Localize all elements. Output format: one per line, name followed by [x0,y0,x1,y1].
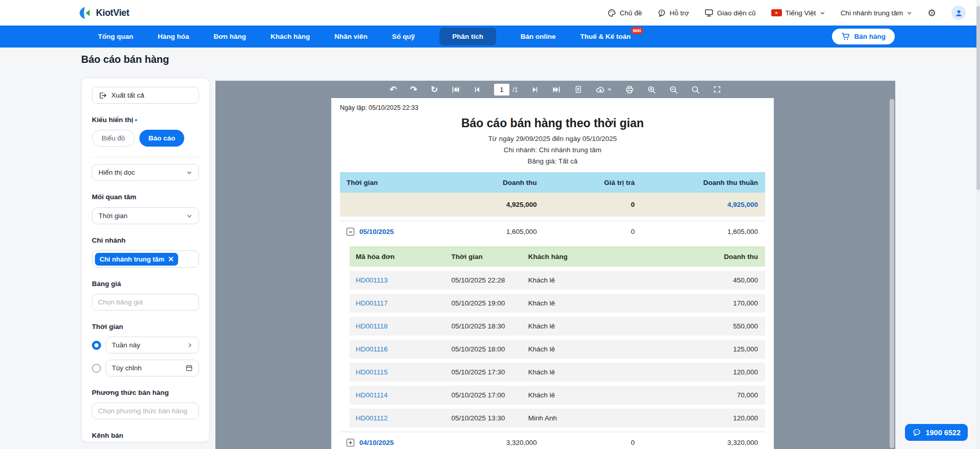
nav-so-quy[interactable]: Sổ quỹ [392,33,415,40]
invoice-customer: Khách lẻ [522,322,674,330]
window-scrollbar-thumb[interactable] [976,6,980,190]
cloud-download-icon[interactable] [596,85,612,94]
invoice-customer: Khách lẻ [522,345,674,353]
kiotviet-logo[interactable]: KiotViet [79,7,129,19]
time-custom-radio[interactable] [92,364,101,373]
monitor-icon [704,8,714,17]
fullscreen-icon[interactable] [713,85,721,93]
redo-icon[interactable]: ↷ [410,85,417,94]
time-custom-value: Tùy chỉnh [112,364,142,372]
kiotviet-logo-icon [79,7,92,19]
theme-label: Chủ đề [620,9,642,17]
time-filter-label: Thời gian [92,323,199,330]
invoice-revenue: 170,000 [674,299,765,307]
user-avatar[interactable] [951,6,966,20]
sales-method-input[interactable] [92,403,199,419]
report-title: Báo cáo bán hàng theo thời gian [340,116,765,130]
nav-ban-online[interactable]: Bán online [521,33,556,40]
invoice-code-link[interactable]: HD001116 [350,345,445,353]
invoice-customer: Khách lẻ [522,299,674,307]
invoice-time: 05/10/2025 19:00 [445,299,522,307]
nav-nhan-vien[interactable]: Nhân viên [334,33,368,40]
branch-selector[interactable]: Chi nhánh trung tâm [841,9,912,17]
refresh-icon[interactable]: ↻ [431,85,438,94]
summary-returns: 0 [544,201,642,208]
export-all-button[interactable]: Xuất tất cả [92,87,199,104]
viewer-scrollbar-thumb[interactable] [890,99,894,448]
orientation-value: Hiển thị dọc [99,169,135,176]
settings-gear-icon[interactable]: ⚙ [927,8,936,18]
search-icon[interactable] [691,85,700,94]
print-icon[interactable] [625,85,634,94]
nav-don-hang[interactable]: Đơn hàng [214,33,247,40]
invoice-row: HD001113 05/10/2025 22:28 Khách lẻ 450,0… [350,271,765,290]
theme-button[interactable]: Chủ đề [607,9,642,17]
group-net: 1,605,000 [642,228,765,235]
invoice-row: HD001116 05/10/2025 18:00 Khách lẻ 125,0… [350,340,765,359]
support-button[interactable]: Hỗ trợ [657,9,689,17]
prev-page-icon[interactable] [473,86,481,93]
report-option-pill[interactable]: Báo cáo [139,130,185,147]
nav-khach-hang[interactable]: Khách hàng [271,33,310,40]
invoice-header-row: Mã hóa đơn Thời gian Khách hàng Doanh th… [350,246,765,267]
invoice-revenue: 120,000 [674,368,765,376]
page-indicator: /1 [494,84,518,96]
time-preset-radio-selected[interactable] [92,341,101,350]
time-preset-select[interactable]: Tuần này [106,337,199,353]
vietnam-flag-icon: ★ [771,9,782,16]
invoice-code-link[interactable]: HD001117 [350,299,445,307]
nav-thue-ke-toan[interactable]: Thuế & Kế toán Mới [580,33,631,40]
invoice-customer: Minh Anh [522,414,674,422]
invoice-revenue: 125,000 [674,345,765,353]
collapse-icon[interactable]: − [347,228,354,235]
export-all-label: Xuất tất cả [111,91,144,99]
invoice-code-link[interactable]: HD001118 [350,322,445,330]
time-preset-value: Tuần này [112,341,140,349]
nav-hang-hoa[interactable]: Hàng hóa [158,33,189,40]
expand-icon[interactable]: + [347,439,354,446]
undo-icon[interactable]: ↶ [389,85,397,94]
report-date-range: Từ ngày 29/09/2025 đến ngày 05/10/2025 [340,135,765,143]
invoice-revenue: 450,000 [674,276,765,284]
invoice-time: 05/10/2025 13:30 [445,414,522,422]
page-number-input[interactable] [494,84,509,96]
invoice-code-link[interactable]: HD001113 [350,276,445,284]
invoice-code-link[interactable]: HD001115 [350,368,445,376]
invoice-time: 05/10/2025 22:28 [445,276,522,284]
col-khach-hang: Khách hàng [522,253,674,261]
nav-phan-tich-active[interactable]: Phân tích [439,28,496,45]
main-navigation: Tổng quan Hàng hóa Đơn hàng Khách hàng N… [0,26,980,48]
group-date-link[interactable]: 04/10/2025 [359,439,394,446]
branch-filter-input[interactable]: Chi nhánh trung tâm [92,250,199,268]
pricebook-input[interactable] [92,294,199,311]
first-page-icon[interactable] [451,85,460,94]
zoom-in-icon[interactable] [647,85,656,94]
remove-tag-icon[interactable] [168,256,174,262]
language-label: Tiếng Việt [786,9,816,17]
document-export-icon[interactable] [574,85,582,93]
language-selector[interactable]: ★ Tiếng Việt [771,9,825,17]
report-branch: Chi nhánh: Chi nhánh trung tâm [340,146,765,154]
next-page-icon[interactable] [531,86,539,93]
hotline-number: 1900 6522 [925,429,961,437]
branch-selector-label: Chi nhánh trung tâm [841,9,903,17]
time-custom-select[interactable]: Tùy chỉnh [106,360,199,376]
invoice-row: HD001117 05/10/2025 19:00 Khách lẻ 170,0… [350,294,765,313]
group-date-link[interactable]: 05/10/2025 [359,228,394,235]
orientation-select[interactable]: Hiển thị dọc [92,164,199,181]
page-total: /1 [512,86,518,93]
invoice-code-link[interactable]: HD001112 [350,414,445,422]
concern-select[interactable]: Thời gian [92,207,199,224]
col-thoi-gian-detail: Thời gian [445,253,522,261]
sell-button[interactable]: Bán hàng [832,29,895,44]
invoice-code-link[interactable]: HD001114 [350,391,445,399]
page-title: Báo cáo bán hàng [81,54,169,65]
palette-icon [607,9,616,17]
last-page-icon[interactable] [552,85,561,94]
nav-tong-quan[interactable]: Tổng quan [98,33,133,40]
zoom-out-icon[interactable] [669,85,678,94]
hotline-chat-button[interactable]: 1900 6522 [905,424,968,441]
chart-option-pill[interactable]: Biểu đồ [92,130,135,147]
col-doanh-thu: Doanh thu [459,179,544,186]
old-ui-button[interactable]: Giao diện cũ [704,8,756,17]
